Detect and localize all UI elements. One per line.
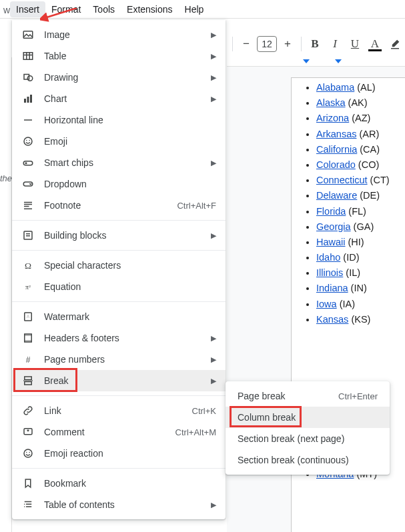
emoji-icon (21, 135, 35, 148)
insert-menu-break[interactable]: Break▶ (12, 370, 226, 391)
state-link[interactable]: Illinois (316, 267, 343, 278)
sidebar-edge-text: the (0, 173, 12, 183)
state-link[interactable]: Florida (316, 206, 346, 217)
state-link[interactable]: Alabama (316, 82, 354, 93)
break-submenu-page-break[interactable]: Page breakCtrl+Enter (226, 385, 390, 407)
menu-item-label: Link (44, 405, 192, 416)
menu-item-label: Headers & footers (44, 333, 206, 343)
state-link[interactable]: Arkansas (316, 129, 356, 139)
menu-item-label: Page numbers (44, 354, 206, 365)
omega-icon: Ω (21, 259, 35, 272)
menubar-format[interactable]: Format (45, 1, 87, 17)
state-abbr: (CT) (368, 175, 390, 185)
state-link[interactable]: Indiana (316, 283, 348, 293)
menu-item-label: Bookmark (44, 478, 216, 489)
state-list-item[interactable]: Georgia (GA) (316, 219, 405, 235)
state-link[interactable]: Iowa (316, 299, 337, 309)
menu-item-label: Special characters (44, 260, 216, 271)
svg-rect-10 (30, 95, 32, 103)
font-size-input[interactable]: 12 (257, 36, 277, 52)
svg-rect-2 (23, 53, 33, 60)
state-link[interactable]: Colorado (316, 159, 356, 170)
state-abbr: (KS) (348, 314, 370, 325)
state-link[interactable]: California (316, 144, 357, 155)
toolbar: − 12 + B I U A (227, 31, 405, 57)
svg-point-45 (24, 504, 25, 505)
insert-menu-emoji-reaction[interactable]: Emoji reaction (12, 443, 226, 464)
state-link[interactable]: Arizona (316, 113, 349, 123)
state-list-item[interactable]: Idaho (ID) (316, 250, 405, 265)
insert-menu-page-numbers[interactable]: #Page numbers▶ (12, 349, 226, 370)
insert-menu-smart-chips[interactable]: Smart chips▶ (12, 152, 226, 173)
state-link[interactable]: Delaware (316, 190, 357, 201)
svg-point-13 (26, 140, 27, 141)
bold-button[interactable]: B (306, 35, 324, 53)
state-link[interactable]: Hawaii (316, 237, 346, 247)
state-link[interactable]: Georgia (316, 221, 351, 232)
insert-menu-link[interactable]: LinkCtrl+K (12, 400, 226, 421)
emoji-icon (21, 447, 35, 460)
chevron-right-icon: ▶ (211, 52, 216, 61)
insert-menu-chart[interactable]: Chart▶ (12, 88, 226, 109)
svg-point-41 (29, 452, 31, 453)
text-color-button[interactable]: A (366, 35, 384, 53)
insert-menu-watermark[interactable]: AWatermark (12, 306, 226, 327)
break-submenu-section-break-continuous-[interactable]: Section break (continuous) (226, 449, 390, 471)
break-submenu-section-break-next-page-[interactable]: Section break (next page) (226, 428, 390, 449)
state-abbr: (IN) (348, 283, 367, 293)
break-submenu-column-break[interactable]: Column break (226, 407, 390, 428)
svg-text:Ω: Ω (25, 261, 31, 271)
state-list-item[interactable]: Delaware (DE) (316, 188, 405, 203)
svg-text:#: # (26, 355, 31, 365)
state-list-item[interactable]: Arkansas (AR) (316, 127, 405, 142)
insert-menu-equation[interactable]: π²Equation (12, 276, 226, 297)
menubar-tools[interactable]: Tools (87, 1, 121, 17)
state-list-item[interactable]: Iowa (IA) (316, 297, 405, 312)
state-list-item[interactable]: California (CA) (316, 142, 405, 157)
state-link[interactable]: Kansas (316, 314, 348, 325)
insert-menu-emoji[interactable]: Emoji (12, 131, 226, 152)
submenu-shortcut: Ctrl+Enter (338, 391, 378, 401)
insert-menu-comment[interactable]: CommentCtrl+Alt+M (12, 421, 226, 443)
state-list-item[interactable]: Alaska (AK) (316, 95, 405, 111)
insert-menu-table[interactable]: Table▶ (12, 45, 226, 67)
svg-rect-30 (25, 334, 32, 336)
insert-menu-bookmark[interactable]: Bookmark (12, 473, 226, 494)
state-abbr: (GA) (351, 221, 374, 232)
insert-menu-table-of-contents[interactable]: Table of contents▶ (12, 494, 226, 515)
insert-menu-special-characters[interactable]: ΩSpecial characters (12, 255, 226, 276)
state-list-item[interactable]: Alabama (AL) (316, 80, 405, 95)
font-size-increase[interactable]: + (278, 35, 297, 53)
state-list-item[interactable]: Kansas (KS) (316, 312, 405, 327)
state-list-item[interactable]: Florida (FL) (316, 204, 405, 219)
menu-item-label: Table (44, 51, 206, 61)
state-list-item[interactable]: Illinois (IL) (316, 265, 405, 281)
insert-menu-horizontal-line[interactable]: Horizontal line (12, 109, 226, 131)
state-list-item[interactable]: Colorado (CO) (316, 157, 405, 173)
highlight-button[interactable] (386, 35, 404, 53)
state-list-item[interactable]: Connecticut (CT) (316, 173, 405, 188)
insert-menu-image[interactable]: Image▶ (12, 24, 226, 45)
insert-menu-footnote[interactable]: FootnoteCtrl+Alt+F (12, 195, 226, 216)
insert-menu-building-blocks[interactable]: Building blocks▶ (12, 225, 226, 246)
insert-menu-dropdown[interactable]: Dropdown (12, 173, 226, 195)
state-link[interactable]: Alaska (316, 97, 346, 108)
italic-button[interactable]: I (326, 35, 344, 53)
insert-menu-headers-footers[interactable]: Headers & footers▶ (12, 327, 226, 349)
submenu-item-label: Section break (continuous) (238, 455, 378, 465)
menubar-extensions[interactable]: Extensions (121, 1, 178, 17)
state-link[interactable]: Connecticut (316, 175, 368, 185)
menubar-left-char: w (0, 3, 10, 15)
font-size-decrease[interactable]: − (237, 35, 256, 53)
ruler (227, 57, 405, 67)
state-link[interactable]: Idaho (316, 252, 340, 263)
menubar-help[interactable]: Help (179, 1, 210, 17)
underline-button[interactable]: U (346, 35, 364, 53)
state-list-item[interactable]: Indiana (IN) (316, 281, 405, 296)
state-list-item[interactable]: Hawaii (HI) (316, 235, 405, 250)
menu-item-label: Emoji reaction (44, 448, 216, 459)
state-list-item[interactable]: Arizona (AZ) (316, 111, 405, 126)
menubar-insert[interactable]: Insert (10, 1, 45, 17)
insert-menu-drawing[interactable]: Drawing▶ (12, 67, 226, 88)
footnote-icon (21, 199, 35, 212)
